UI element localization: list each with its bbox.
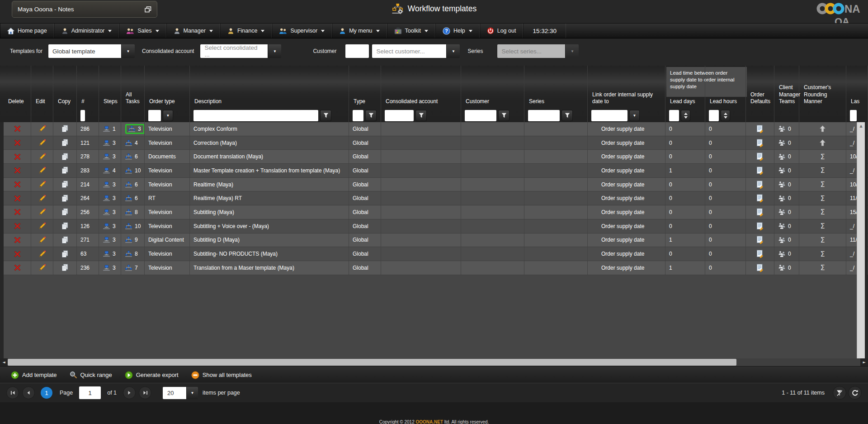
page-number-input[interactable] bbox=[79, 386, 101, 399]
edit-row-button[interactable] bbox=[38, 167, 46, 174]
column-header-label[interactable]: Steps bbox=[99, 66, 121, 109]
linkorder-filter-select[interactable] bbox=[591, 110, 627, 121]
edit-row-button[interactable] bbox=[38, 208, 46, 216]
order-defaults-button[interactable] bbox=[756, 167, 764, 175]
column-header-label[interactable]: Las bbox=[846, 66, 868, 109]
page-size-select[interactable]: 20 ▼ bbox=[163, 387, 198, 399]
num-filter-input[interactable] bbox=[80, 110, 85, 121]
all-tasks-link[interactable]: 6 bbox=[125, 195, 138, 201]
all-tasks-link[interactable]: 10 bbox=[125, 167, 141, 174]
steps-link[interactable]: 1 bbox=[103, 126, 116, 132]
desc-filter-button[interactable] bbox=[320, 110, 331, 121]
steps-link[interactable]: 3 bbox=[103, 195, 116, 201]
delete-row-button[interactable] bbox=[14, 167, 21, 174]
steps-link[interactable]: 4 bbox=[103, 167, 116, 174]
column-header-label[interactable]: Order Defaults bbox=[746, 66, 774, 109]
leadhours-stepper[interactable] bbox=[721, 110, 730, 121]
column-header-label[interactable]: Series bbox=[524, 66, 587, 109]
customer-input[interactable] bbox=[345, 44, 369, 58]
nav-item-sales[interactable]: Sales bbox=[119, 24, 166, 38]
scroll-up-arrow-icon[interactable]: ▲ bbox=[857, 122, 865, 128]
column-header-label[interactable]: Customer bbox=[461, 66, 524, 109]
delete-row-button[interactable] bbox=[14, 251, 21, 257]
copy-row-button[interactable] bbox=[61, 125, 68, 133]
edit-row-button[interactable] bbox=[38, 125, 46, 133]
vertical-scrollbar[interactable]: ▲ bbox=[857, 122, 865, 358]
copy-row-button[interactable] bbox=[61, 153, 68, 161]
column-header-label[interactable]: # bbox=[77, 66, 99, 109]
column-header-label[interactable]: Lead hours bbox=[705, 66, 745, 109]
client-manager-teams-button[interactable]: 0 bbox=[778, 251, 791, 257]
column-header-label[interactable]: Type bbox=[349, 66, 381, 109]
client-manager-teams-button[interactable]: 0 bbox=[778, 195, 791, 202]
delete-row-button[interactable] bbox=[14, 237, 21, 243]
edit-row-button[interactable] bbox=[38, 181, 46, 188]
nav-item-supervisor[interactable]: Supervisor bbox=[272, 24, 332, 38]
window-tab[interactable]: Maya Ooona - Notes bbox=[12, 1, 157, 18]
steps-link[interactable]: 3 bbox=[103, 181, 116, 188]
copy-row-button[interactable] bbox=[61, 195, 68, 202]
all-tasks-link[interactable]: 3 bbox=[125, 124, 145, 134]
last-page-button[interactable] bbox=[139, 386, 151, 399]
delete-row-button[interactable] bbox=[14, 139, 21, 146]
customer-filter-button[interactable] bbox=[498, 110, 509, 121]
nav-item-log-out[interactable]: Log out bbox=[480, 24, 524, 38]
customer-select[interactable]: Select customer... ▼ bbox=[372, 44, 460, 58]
first-page-button[interactable] bbox=[6, 386, 19, 399]
next-page-button[interactable] bbox=[123, 386, 136, 399]
client-manager-teams-button[interactable]: 0 bbox=[778, 209, 791, 215]
type-filter-button[interactable] bbox=[365, 110, 377, 121]
order-defaults-button[interactable] bbox=[756, 264, 764, 272]
column-header-label[interactable]: Description bbox=[190, 66, 349, 109]
copy-row-button[interactable] bbox=[61, 167, 68, 174]
order-defaults-button[interactable] bbox=[756, 250, 764, 258]
edit-row-button[interactable] bbox=[38, 153, 46, 161]
nav-item-help[interactable]: ?Help bbox=[435, 24, 480, 38]
previous-page-button[interactable] bbox=[22, 386, 35, 399]
steps-link[interactable]: 3 bbox=[103, 237, 116, 243]
steps-link[interactable]: 3 bbox=[103, 265, 116, 271]
edit-row-button[interactable] bbox=[38, 195, 46, 202]
delete-row-button[interactable] bbox=[14, 223, 21, 229]
all-tasks-link[interactable]: 8 bbox=[125, 209, 138, 215]
copy-row-button[interactable] bbox=[61, 139, 68, 147]
client-manager-teams-button[interactable]: 0 bbox=[778, 167, 791, 174]
leadhours-filter-input[interactable] bbox=[709, 110, 719, 121]
ordertype-filter-select[interactable] bbox=[148, 110, 161, 121]
scroll-right-arrow-icon[interactable]: ► bbox=[860, 358, 868, 366]
last-filter-input[interactable] bbox=[850, 110, 857, 121]
all-tasks-link[interactable]: 10 bbox=[125, 223, 141, 229]
steps-link[interactable]: 3 bbox=[103, 223, 116, 229]
column-header-label[interactable]: Copy bbox=[53, 66, 76, 109]
copy-row-button[interactable] bbox=[61, 222, 68, 230]
templates-for-select[interactable]: Global template ▼ bbox=[48, 44, 135, 58]
scroll-left-arrow-icon[interactable]: ◄ bbox=[0, 358, 8, 366]
delete-row-button[interactable] bbox=[14, 125, 21, 132]
column-header-label[interactable]: Customer's Rounding Manner bbox=[799, 66, 846, 109]
edit-row-button[interactable] bbox=[38, 236, 46, 244]
delete-row-button[interactable] bbox=[14, 264, 21, 271]
copy-row-button[interactable] bbox=[61, 264, 68, 272]
all-tasks-link[interactable]: 7 bbox=[125, 265, 138, 271]
client-manager-teams-button[interactable]: 0 bbox=[778, 237, 791, 243]
steps-link[interactable]: 3 bbox=[103, 153, 116, 160]
column-header-label[interactable]: Lead days bbox=[665, 66, 705, 109]
column-header-label[interactable]: Client Manager Teams bbox=[774, 66, 799, 109]
client-manager-teams-button[interactable]: 0 bbox=[778, 125, 791, 132]
series-filter-button[interactable] bbox=[561, 110, 573, 121]
nav-item-administrator[interactable]: Administrator bbox=[54, 24, 119, 38]
leaddays-filter-input[interactable] bbox=[669, 110, 679, 121]
delete-row-button[interactable] bbox=[14, 153, 21, 160]
nav-item-manager[interactable]: Manager bbox=[166, 24, 220, 38]
consolidated-account-select[interactable]: Select consolidated ... ▼ bbox=[200, 44, 281, 58]
clear-filters-button[interactable] bbox=[833, 386, 846, 400]
copy-row-button[interactable] bbox=[61, 208, 68, 216]
client-manager-teams-button[interactable]: 0 bbox=[778, 139, 791, 146]
type-filter-input[interactable] bbox=[353, 110, 363, 121]
all-tasks-link[interactable]: 6 bbox=[125, 181, 138, 188]
steps-link[interactable]: 3 bbox=[103, 209, 116, 215]
all-tasks-link[interactable]: 9 bbox=[125, 237, 138, 243]
edit-row-button[interactable] bbox=[38, 139, 46, 147]
show-all-templates-button[interactable]: Show all templates bbox=[187, 371, 256, 379]
column-header-label[interactable]: Consolidated account bbox=[381, 66, 461, 109]
